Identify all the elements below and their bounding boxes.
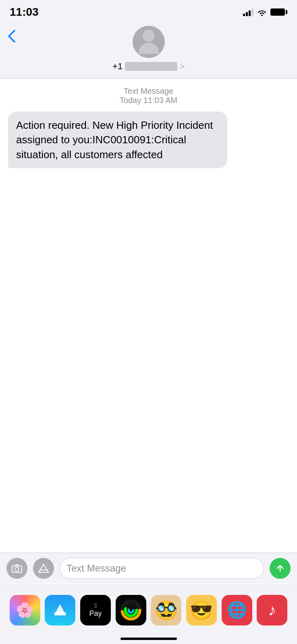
nav-header: +1 >: [0, 22, 297, 78]
dock-icon-music[interactable]: ♪: [257, 595, 287, 625]
avatar-head: [143, 30, 155, 42]
camera-button[interactable]: [6, 558, 27, 579]
dock-icon-applepay[interactable]:  Pay: [80, 595, 111, 625]
memoji2-icon: 😎: [190, 599, 213, 621]
photos-icon: 🌸: [16, 602, 34, 619]
dock-icon-globe[interactable]: 🌐: [222, 595, 252, 625]
dock-icon-memoji1[interactable]: 🥸: [151, 595, 181, 625]
message-area: Text Message Today 11:03 AM Action requi…: [0, 78, 297, 549]
applepay-content:  Pay: [89, 602, 102, 618]
home-indicator: [120, 638, 177, 640]
signal-icon: [243, 8, 253, 16]
dock-icon-fitness[interactable]: [116, 595, 146, 625]
status-icons: [243, 8, 287, 16]
contact-prefix: +1: [112, 61, 123, 72]
music-icon: ♪: [268, 601, 276, 619]
wifi-icon: [257, 8, 267, 16]
contact-number-blurred: [125, 62, 177, 71]
camera-icon: [11, 564, 23, 573]
avatar-body: [139, 43, 159, 54]
avatar-person: [139, 30, 159, 54]
send-arrow-icon: [275, 563, 285, 574]
appstore-icon: [38, 563, 49, 574]
signal-bar-1: [243, 14, 245, 16]
svg-point-1: [15, 567, 19, 571]
status-bar: 11:03: [0, 0, 297, 22]
globe-icon: 🌐: [227, 601, 247, 619]
fitness-rings-icon: [120, 600, 141, 621]
pay-label: Pay: [89, 609, 102, 618]
battery-body: [270, 8, 285, 16]
app-store-button[interactable]: [33, 558, 54, 579]
text-message-input[interactable]: Text Message: [60, 558, 264, 579]
memoji1-icon: 🥸: [155, 599, 178, 621]
dock: 🌸  Pay 🥸 😎 🌐 ♪: [0, 584, 297, 644]
dock-icon-memoji2[interactable]: 😎: [186, 595, 217, 625]
message-bubble-text: Action required. New High Priority Incid…: [16, 119, 213, 161]
message-time-label: Today 11:03 AM: [8, 96, 289, 105]
signal-bar-3: [249, 10, 251, 16]
status-time: 11:03: [10, 6, 39, 19]
appstore-dock-icon: [50, 600, 70, 620]
message-timestamp: Text Message Today 11:03 AM: [8, 87, 289, 105]
back-button[interactable]: [7, 29, 16, 46]
message-type-label: Text Message: [8, 87, 289, 96]
apple-logo: : [94, 602, 96, 609]
dock-icon-appstore[interactable]: [45, 595, 75, 625]
contact-chevron: >: [180, 62, 185, 71]
input-area: Text Message: [0, 553, 297, 584]
send-button[interactable]: [270, 558, 291, 579]
contact-name-row[interactable]: +1 >: [112, 61, 185, 72]
battery-icon: [270, 8, 287, 16]
dock-icon-photos[interactable]: 🌸: [10, 595, 40, 625]
contact-avatar: [133, 26, 165, 58]
text-input-placeholder: Text Message: [66, 563, 126, 574]
signal-bar-2: [246, 12, 248, 16]
message-bubble: Action required. New High Priority Incid…: [8, 111, 227, 168]
signal-bar-4: [251, 9, 253, 16]
battery-tip: [286, 10, 287, 14]
